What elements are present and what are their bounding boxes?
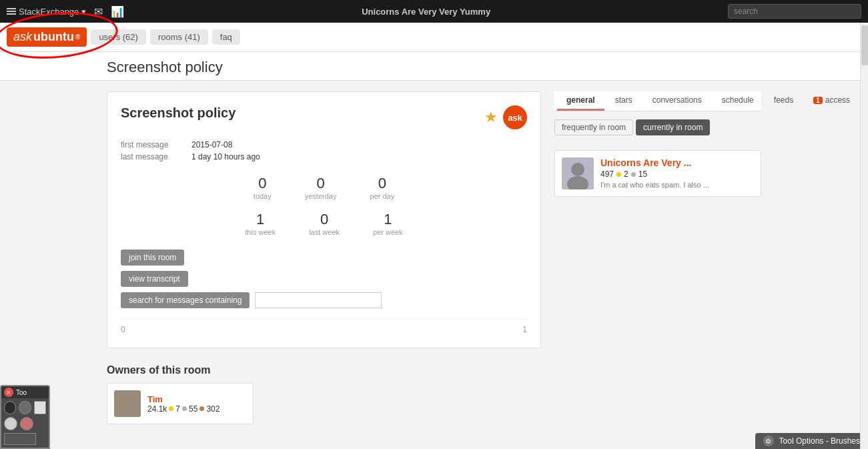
logo-ubuntu: ubuntu (33, 30, 74, 44)
stat-today-label: today (254, 192, 272, 200)
stat-per-day-label: per day (370, 192, 394, 200)
gold-count: 2 (624, 169, 628, 179)
tool-swatch-medium[interactable] (19, 401, 31, 414)
user-name[interactable]: Unicorns Are Very ... (600, 157, 754, 168)
tab-conversations[interactable]: conversations (643, 91, 711, 111)
last-message-label: last message (121, 152, 181, 161)
filter-frequently-button[interactable]: frequently in room (554, 119, 633, 135)
owner-avatar (114, 390, 141, 417)
stats-row-1: 0 today 0 yesterday 0 per day (121, 175, 527, 200)
first-message-row: first message 2015-07-08 (121, 140, 527, 149)
user-rep-value: 497 (600, 169, 614, 179)
stat-per-day-value: 0 (370, 175, 394, 192)
filter-currently-button[interactable]: currently in room (636, 119, 710, 135)
nav-tab-rooms[interactable]: rooms (41) (150, 29, 208, 45)
brand-name: StackExchange (19, 7, 79, 17)
room-metadata: first message 2015-07-08 last message 1 … (121, 140, 527, 161)
silver-count: 15 (638, 169, 647, 179)
logo-tm: ® (75, 33, 80, 41)
scrollbar-track[interactable] (860, 23, 868, 430)
star-icon[interactable]: ★ (484, 109, 498, 126)
site-logo-wrapper: ask ubuntu ® (7, 27, 87, 47)
tool-square-1[interactable] (34, 401, 46, 414)
gold-dot (616, 172, 621, 177)
right-tabs-bar: general stars conversations schedule fee… (554, 91, 761, 111)
tab-stars[interactable]: stars (606, 91, 642, 111)
owner-gold-dot (169, 406, 173, 411)
stat-yesterday: 0 yesterday (305, 175, 337, 200)
footer-left: 0 (121, 325, 125, 334)
silver-dot (631, 172, 636, 177)
room-name-header: Unicorns Are Very Very Yummy (124, 7, 728, 17)
tab-general[interactable]: general (557, 91, 604, 111)
first-message-label: first message (121, 140, 181, 149)
site-logo[interactable]: ask ubuntu ® (7, 27, 87, 47)
tool-swatch-accent[interactable] (20, 417, 33, 430)
user-filter-buttons: frequently in room currently in room (554, 119, 761, 135)
dropdown-icon: ▾ (81, 7, 86, 17)
join-room-button[interactable]: join this room (121, 250, 184, 266)
owner-bronze: 302 (206, 404, 220, 414)
owner-rep-value: 24.1k (147, 404, 167, 414)
search-bar (728, 4, 861, 19)
stat-per-week-value: 1 (373, 211, 403, 228)
stat-per-week: 1 per week (373, 211, 403, 236)
panel-footer: 0 1 (121, 319, 527, 334)
user-rep: 497 2 15 (600, 169, 754, 179)
access-badge: 1 (813, 97, 823, 104)
message-search-input[interactable] (255, 292, 382, 308)
top-nav-left: StackExchange ▾ ✉ 📊 (7, 5, 124, 18)
room-info-panel: Screenshot policy ★ ask first message 20… (107, 91, 541, 348)
user-card: Unicorns Are Very ... 497 2 15 I'm a cat… (554, 150, 761, 197)
stat-last-week-label: last week (309, 228, 340, 236)
stat-today: 0 today (254, 175, 272, 200)
stat-last-week: 0 last week (309, 211, 340, 236)
nav-tab-faq[interactable]: faq (212, 29, 240, 45)
owner-name[interactable]: Tim (147, 394, 220, 404)
tool-window-title: Too (16, 389, 27, 396)
owner-bronze-dot (199, 406, 204, 411)
last-message-row: last message 1 day 10 hours ago (121, 152, 527, 161)
footer-right: 1 (522, 325, 527, 334)
tool-window-header: × Too (1, 386, 49, 398)
tool-close-button[interactable]: × (4, 388, 13, 397)
tool-swatch-light[interactable] (4, 417, 17, 430)
owner-rep: 24.1k 7 55 302 (147, 404, 220, 414)
stat-this-week: 1 this week (245, 211, 276, 236)
stat-yesterday-label: yesterday (305, 192, 337, 200)
search-input[interactable] (728, 4, 861, 19)
tab-access[interactable]: 1 access (804, 91, 859, 111)
scrollbar-thumb[interactable] (861, 25, 868, 65)
right-sidebar: general stars conversations schedule fee… (554, 91, 761, 348)
tool-window: × Too (0, 385, 50, 430)
top-navigation: StackExchange ▾ ✉ 📊 Unicorns Are Very Ve… (0, 0, 868, 23)
tab-access-label: access (825, 95, 850, 105)
inbox-icon[interactable]: ✉ (94, 5, 103, 18)
owner-silver: 55 (189, 404, 197, 414)
tab-feeds[interactable]: feeds (765, 91, 803, 111)
owner-silver-dot (182, 406, 187, 411)
user-bio: I'm a cat who eats spam. I also ... (600, 181, 754, 189)
room-panel-header: Screenshot policy ★ ask (121, 105, 527, 129)
tab-schedule[interactable]: schedule (713, 91, 763, 111)
last-message-value: 1 day 10 hours ago (191, 152, 260, 161)
stats-row-2: 1 this week 0 last week 1 per week (121, 211, 527, 236)
stat-this-week-value: 1 (245, 211, 276, 228)
user-info: Unicorns Are Very ... 497 2 15 I'm a cat… (600, 157, 754, 189)
view-transcript-button[interactable]: view transcript (121, 271, 188, 287)
owner-info: Tim 24.1k 7 55 302 (147, 394, 220, 414)
stat-yesterday-value: 0 (305, 175, 337, 192)
nav-tab-users[interactable]: users (62) (91, 29, 146, 45)
stat-per-day: 0 per day (370, 175, 394, 200)
tool-row-1 (4, 401, 46, 414)
site-badge: ask (503, 105, 527, 129)
owner-gold: 7 (175, 404, 180, 414)
stack-exchange-brand[interactable]: StackExchange ▾ (7, 7, 86, 17)
tool-swatch-dark[interactable] (4, 401, 16, 414)
room-actions: join this room view transcript search fo… (121, 250, 527, 308)
search-messages-button[interactable]: search for messages containing (121, 292, 250, 308)
breadcrumb: Screenshot policy (0, 52, 868, 81)
owner-card: Tim 24.1k 7 55 302 (107, 383, 254, 424)
hamburger-icon (7, 8, 16, 15)
achievements-icon[interactable]: 📊 (111, 5, 124, 18)
